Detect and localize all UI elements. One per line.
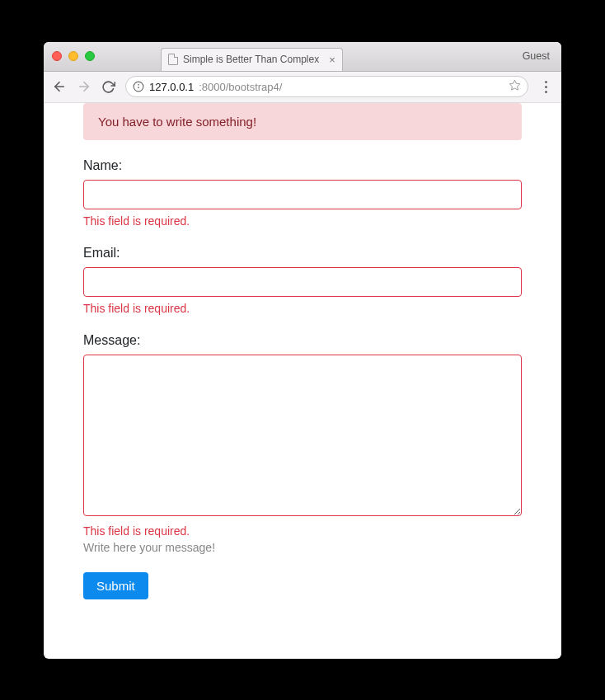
form-group-name: Name: This field is required. <box>83 158 522 228</box>
name-error: This field is required. <box>83 214 522 228</box>
info-icon <box>133 81 144 92</box>
address-path: :8000/bootstrap4/ <box>199 81 282 93</box>
alert-text: You have to write something! <box>98 115 256 129</box>
star-icon <box>509 79 521 92</box>
address-host: 127.0.0.1 <box>149 81 194 93</box>
reload-button[interactable] <box>101 80 115 94</box>
window-maximize-button[interactable] <box>85 51 95 61</box>
browser-window: Simple is Better Than Complex × Guest 12… <box>44 42 561 659</box>
browser-menu-button[interactable] <box>538 81 553 93</box>
profile-label[interactable]: Guest <box>523 50 553 62</box>
name-label: Name: <box>83 158 522 173</box>
dot-icon <box>545 81 547 83</box>
traffic-lights <box>52 51 95 61</box>
address-bar[interactable]: 127.0.0.1:8000/bootstrap4/ <box>125 76 528 97</box>
back-button[interactable] <box>52 79 67 94</box>
browser-tab[interactable]: Simple is Better Than Complex × <box>161 48 343 71</box>
dot-icon <box>545 91 547 93</box>
form-group-email: Email: This field is required. <box>83 246 522 315</box>
name-input[interactable] <box>83 180 522 209</box>
window-close-button[interactable] <box>52 51 62 61</box>
bookmark-button[interactable] <box>509 79 521 94</box>
email-error: This field is required. <box>83 302 522 315</box>
message-help: Write here your message! <box>83 541 522 554</box>
window-minimize-button[interactable] <box>68 51 78 61</box>
browser-toolbar: 127.0.0.1:8000/bootstrap4/ <box>44 72 561 103</box>
tab-close-icon[interactable]: × <box>329 54 335 66</box>
page-icon <box>168 54 178 65</box>
dot-icon <box>545 86 547 88</box>
form-group-message: Message: This field is required. Write h… <box>83 333 522 554</box>
svg-point-4 <box>138 84 139 85</box>
message-error: This field is required. <box>83 524 522 538</box>
titlebar: Simple is Better Than Complex × Guest <box>44 42 561 72</box>
email-label: Email: <box>83 246 522 261</box>
svg-marker-5 <box>509 80 520 90</box>
submit-button[interactable]: Submit <box>83 572 148 599</box>
forward-button[interactable] <box>77 79 91 94</box>
reload-icon <box>101 80 115 94</box>
arrow-left-icon <box>52 79 67 94</box>
message-textarea[interactable] <box>83 355 522 516</box>
arrow-right-icon <box>77 79 91 94</box>
alert-error: You have to write something! <box>83 103 522 140</box>
email-input[interactable] <box>83 267 522 297</box>
tab-title: Simple is Better Than Complex <box>183 54 319 65</box>
message-label: Message: <box>83 333 522 348</box>
page-content: You have to write something! Name: This … <box>44 103 561 659</box>
